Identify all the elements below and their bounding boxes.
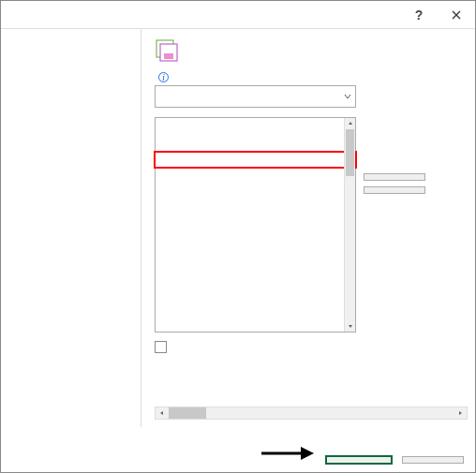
titlebar: ? bbox=[1, 1, 475, 29]
scroll-thumb[interactable] bbox=[346, 129, 354, 176]
scroll-up-icon[interactable] bbox=[345, 118, 355, 129]
vertical-scrollbar[interactable] bbox=[344, 118, 355, 332]
scroll-right-icon[interactable] bbox=[454, 407, 467, 419]
main-panel: i bbox=[141, 29, 475, 427]
transfer-buttons bbox=[364, 173, 425, 333]
qat-icon bbox=[155, 38, 179, 63]
add-button[interactable] bbox=[364, 173, 425, 181]
ok-button[interactable] bbox=[325, 455, 393, 465]
scroll-left-icon[interactable] bbox=[156, 407, 169, 419]
horizontal-scrollbar[interactable] bbox=[155, 406, 468, 420]
choose-commands-dropdown[interactable] bbox=[155, 85, 356, 108]
info-icon[interactable]: i bbox=[158, 72, 169, 82]
help-button[interactable]: ? bbox=[400, 1, 438, 29]
scroll-down-icon[interactable] bbox=[345, 320, 355, 332]
category-sidebar bbox=[1, 29, 141, 427]
cancel-button[interactable] bbox=[402, 456, 464, 464]
commands-listbox[interactable] bbox=[155, 117, 356, 333]
dialog-footer bbox=[325, 455, 464, 465]
remove-button bbox=[364, 186, 425, 194]
close-button[interactable] bbox=[438, 1, 475, 29]
excel-options-dialog: ? i bbox=[0, 0, 476, 473]
ok-arrow-annotation bbox=[260, 444, 316, 463]
chevron-down-icon bbox=[344, 90, 351, 103]
close-icon bbox=[452, 10, 461, 20]
svg-rect-2 bbox=[164, 53, 173, 59]
show-below-ribbon-checkbox[interactable] bbox=[155, 341, 167, 353]
choose-commands-label: i bbox=[155, 70, 469, 83]
hscroll-thumb[interactable] bbox=[169, 407, 206, 419]
